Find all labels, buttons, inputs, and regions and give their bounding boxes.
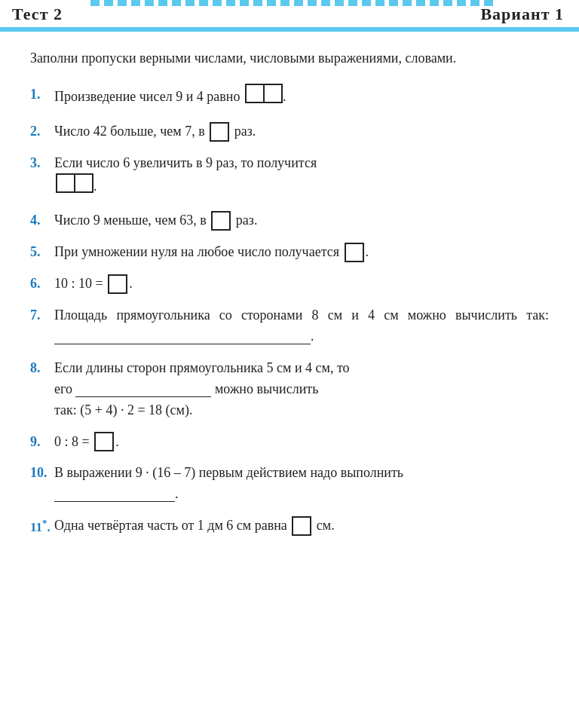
star-icon: * bbox=[42, 517, 47, 528]
q6-answer-box[interactable] bbox=[108, 274, 127, 294]
q2-answer-box[interactable] bbox=[210, 122, 229, 142]
q9-answer-box[interactable] bbox=[94, 432, 114, 451]
q1-text: Произведение чисел 9 и 4 равно . bbox=[54, 84, 549, 111]
q9-text: 0 : 8 = . bbox=[54, 432, 549, 453]
decorative-stripe bbox=[90, 0, 496, 6]
question-1: 1. Произведение чисел 9 и 4 равно . bbox=[30, 84, 549, 111]
q10-text: В выражении 9 · (16 – 7) первым действие… bbox=[54, 463, 549, 505]
main-content: Заполни пропуски верными числами, числов… bbox=[0, 32, 579, 563]
page-header: Тест 2 Вариант 1 bbox=[0, 0, 579, 29]
q3-answer-box[interactable] bbox=[56, 173, 92, 200]
question-8: 8. Если длины сторон прямоугольника 5 см… bbox=[30, 358, 549, 421]
test-title: Тест 2 bbox=[12, 5, 63, 24]
q2-text: Число 42 больше, чем 7, в раз. bbox=[54, 121, 549, 142]
q7-number: 7. bbox=[30, 305, 51, 326]
question-9: 9. 0 : 8 = . bbox=[30, 432, 549, 453]
q9-number: 9. bbox=[30, 432, 51, 453]
q1-number: 1. bbox=[30, 84, 51, 106]
q6-number: 6. bbox=[30, 274, 51, 295]
q5-number: 5. bbox=[30, 242, 51, 263]
q2-number: 2. bbox=[30, 121, 51, 142]
q10-answer-line[interactable] bbox=[54, 488, 175, 502]
q11-text: Одна четвёртая часть от 1 дм 6 см равна … bbox=[54, 515, 549, 537]
intro-text: Заполни пропуски верными числами, числов… bbox=[30, 48, 549, 69]
q3-number: 3. bbox=[30, 153, 51, 174]
question-4: 4. Число 9 меньше, чем 63, в раз. bbox=[30, 210, 549, 231]
variant-label: Вариант 1 bbox=[480, 5, 564, 24]
q8-text: Если длины сторон прямоугольника 5 см и … bbox=[54, 358, 549, 421]
question-10: 10. В выражении 9 · (16 – 7) первым дейс… bbox=[30, 463, 549, 505]
q8-number: 8. bbox=[30, 358, 51, 379]
question-11: 11*. Одна четвёртая часть от 1 дм 6 см р… bbox=[30, 515, 549, 537]
q5-answer-box[interactable] bbox=[345, 243, 364, 262]
question-6: 6. 10 : 10 = . bbox=[30, 274, 549, 295]
q8-answer-line[interactable] bbox=[75, 384, 211, 397]
q4-number: 4. bbox=[30, 210, 51, 231]
question-7: 7. Площадь прямоугольника со сторонами 8… bbox=[30, 305, 549, 347]
q10-number: 10. bbox=[30, 463, 51, 484]
question-5: 5. При умножении нуля на любое число пол… bbox=[30, 242, 549, 263]
q1-answer-box[interactable] bbox=[245, 84, 281, 110]
q6-text: 10 : 10 = . bbox=[54, 274, 549, 295]
q11-number: 11*. bbox=[30, 515, 51, 537]
q3-text: Если число 6 увеличить в 9 раз, то получ… bbox=[54, 153, 549, 200]
q7-answer-line[interactable] bbox=[54, 331, 311, 344]
q4-answer-box[interactable] bbox=[211, 211, 231, 231]
q5-text: При умножении нуля на любое число получа… bbox=[54, 242, 549, 263]
question-3: 3. Если число 6 увеличить в 9 раз, то по… bbox=[30, 153, 549, 200]
q4-text: Число 9 меньше, чем 63, в раз. bbox=[54, 210, 549, 231]
q7-text: Площадь прямоугольника со сторонами 8 см… bbox=[54, 305, 549, 347]
q11-answer-box[interactable] bbox=[292, 516, 311, 536]
question-2: 2. Число 42 больше, чем 7, в раз. bbox=[30, 121, 549, 142]
